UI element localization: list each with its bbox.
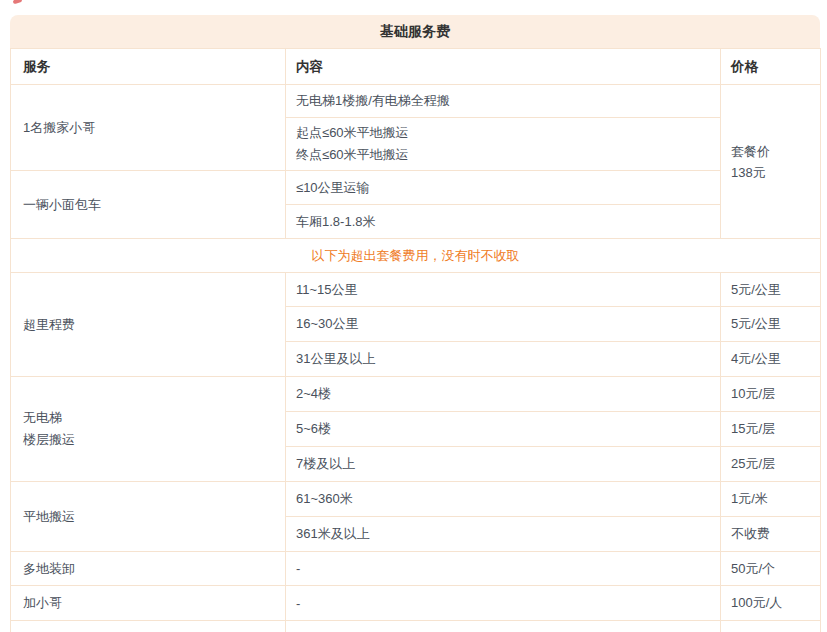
price-cell: 15元/层 bbox=[721, 412, 821, 447]
service-extra-worker: 加小哥 bbox=[11, 586, 286, 621]
content-cell: - bbox=[286, 552, 721, 586]
price-cell: 50元/个 bbox=[721, 552, 821, 586]
table-row: 超里程费 11~15公里 5元/公里 bbox=[11, 273, 821, 307]
service-no-elevator-floors: 无电梯 楼层搬运 bbox=[11, 377, 286, 482]
content-elevator-rule: 无电梯1楼搬/有电梯全程搬 bbox=[286, 85, 721, 118]
card-title: 基础服务费 bbox=[10, 15, 820, 48]
table-row: 加小哥 - 100元/人 bbox=[11, 586, 821, 621]
column-header-price: 价格 bbox=[721, 49, 821, 85]
price-cell: 5元/公里 bbox=[721, 273, 821, 307]
empty-cell bbox=[721, 621, 821, 632]
package-price-line1: 套餐价 bbox=[731, 141, 820, 162]
service-excess-mileage: 超里程费 bbox=[11, 273, 286, 377]
content-cell: 5~6楼 bbox=[286, 412, 721, 447]
content-cell: 16~30公里 bbox=[286, 307, 721, 342]
empty-cell bbox=[11, 621, 286, 632]
service-mover: 1名搬家小哥 bbox=[11, 85, 286, 171]
content-cell: 2~4楼 bbox=[286, 377, 721, 412]
extra-fee-banner-row: 以下为超出套餐费用，没有时不收取 bbox=[11, 239, 821, 273]
service-van: 一辆小面包车 bbox=[11, 171, 286, 239]
content-cell: 31公里及以上 bbox=[286, 342, 721, 377]
price-cell: 10元/层 bbox=[721, 377, 821, 412]
extra-fee-banner: 以下为超出套餐费用，没有时不收取 bbox=[11, 239, 821, 273]
pricing-table: 服务 内容 价格 1名搬家小哥 无电梯1楼搬/有电梯全程搬 套餐价 138元 起… bbox=[10, 48, 821, 632]
content-cell: 361米及以上 bbox=[286, 517, 721, 552]
content-cargo-size: 车厢1.8-1.8米 bbox=[286, 205, 721, 239]
service-ground-carry: 平地搬运 bbox=[11, 482, 286, 552]
price-cell: 5元/公里 bbox=[721, 307, 821, 342]
content-cell: - bbox=[286, 586, 721, 621]
table-row: 平地搬运 61~360米 1元/米 bbox=[11, 482, 821, 517]
content-cell: 7楼及以上 bbox=[286, 447, 721, 482]
table-row-cutoff bbox=[11, 621, 821, 632]
basic-service-fee-card: 基础服务费 服务 内容 价格 1名搬家小哥 无电梯1楼搬/有电梯全程搬 套餐价 … bbox=[10, 15, 820, 632]
table-row: 1名搬家小哥 无电梯1楼搬/有电梯全程搬 套餐价 138元 bbox=[11, 85, 821, 118]
service-multi-stop: 多地装卸 bbox=[11, 552, 286, 586]
content-cell: 11~15公里 bbox=[286, 273, 721, 307]
table-row: 多地装卸 - 50元/个 bbox=[11, 552, 821, 586]
column-header-content: 内容 bbox=[286, 49, 721, 85]
price-cell: 100元/人 bbox=[721, 586, 821, 621]
cutoff-red-mark bbox=[13, 0, 23, 4]
table-header-row: 服务 内容 价格 bbox=[11, 49, 821, 85]
content-transport-distance: ≤10公里运输 bbox=[286, 171, 721, 205]
empty-cell bbox=[286, 621, 721, 632]
table-row: 无电梯 楼层搬运 2~4楼 10元/层 bbox=[11, 377, 821, 412]
price-cell: 25元/层 bbox=[721, 447, 821, 482]
content-ground-distance: 起点≤60米平地搬运 终点≤60米平地搬运 bbox=[286, 118, 721, 171]
price-cell: 1元/米 bbox=[721, 482, 821, 517]
content-cell: 61~360米 bbox=[286, 482, 721, 517]
price-cell: 不收费 bbox=[721, 517, 821, 552]
price-cell: 4元/公里 bbox=[721, 342, 821, 377]
package-price-cell: 套餐价 138元 bbox=[721, 85, 821, 239]
package-price-line2: 138元 bbox=[731, 162, 820, 183]
table-row: 一辆小面包车 ≤10公里运输 bbox=[11, 171, 821, 205]
column-header-service: 服务 bbox=[11, 49, 286, 85]
